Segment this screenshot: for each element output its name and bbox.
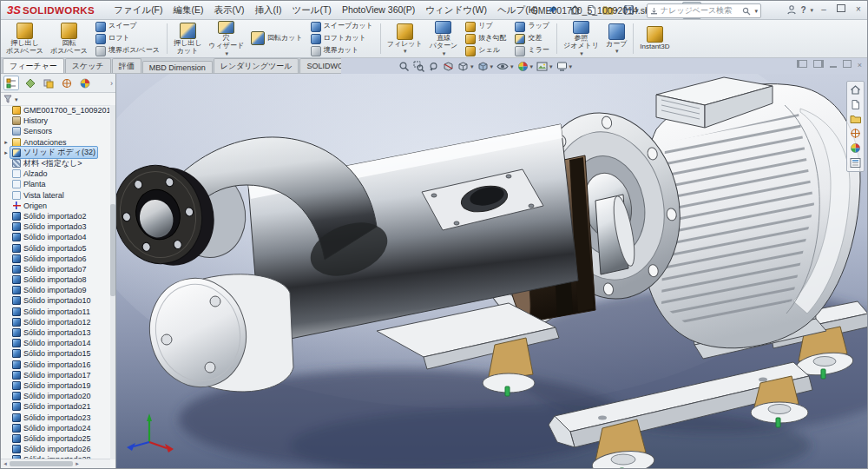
commandmanager-tab[interactable]: スケッチ: [65, 58, 111, 73]
intersect-button[interactable]: 交差: [515, 34, 549, 44]
tree-item[interactable]: Sólido importado20: [1, 391, 110, 401]
tree-item[interactable]: Sólido importado23: [1, 412, 110, 422]
dimxpertmanager-tab[interactable]: [60, 76, 74, 89]
tree-item[interactable]: Sólido importado11: [1, 307, 110, 317]
graphics-area[interactable]: [116, 74, 867, 468]
doc-restore-button[interactable]: [843, 59, 852, 71]
tree-item[interactable]: Sólido importado25: [1, 433, 110, 444]
tree-item[interactable]: Vista lateral: [1, 190, 110, 201]
linear-pattern-button[interactable]: 直線 パターン ▾: [426, 21, 462, 56]
revolved-boss-button[interactable]: 回転 ボス/ベース: [47, 21, 91, 56]
menu-item[interactable]: 挿入(I): [250, 3, 287, 18]
commandmanager-tab[interactable]: レンダリングツール: [214, 58, 299, 73]
edit-appearance-caret-icon[interactable]: ▾: [530, 63, 534, 69]
tree-item[interactable]: 材料 <指定なし>: [1, 158, 110, 168]
tree-item[interactable]: Planta: [1, 179, 110, 189]
menu-item[interactable]: PhotoView 360(P): [337, 3, 420, 18]
expand-arrow-icon[interactable]: ▸: [3, 149, 10, 156]
close-button[interactable]: ×: [852, 3, 865, 17]
tree-item[interactable]: Sólido importado10: [1, 295, 110, 306]
linear-pattern-caret-icon[interactable]: ▾: [443, 50, 446, 56]
reference-geometry-caret-icon[interactable]: ▾: [580, 50, 583, 56]
tree-filter[interactable]: ▾: [1, 93, 115, 106]
tree-vertical-scrollbar[interactable]: [110, 105, 115, 459]
view-settings-caret-icon[interactable]: ▾: [569, 63, 573, 69]
appearance-sphere-icon[interactable]: [850, 142, 861, 154]
extruded-boss-button[interactable]: 押し出し ボス/ベース: [3, 21, 47, 56]
search-box[interactable]: ナレッジベース検索 ▾: [647, 3, 761, 18]
maximize-button[interactable]: [834, 3, 848, 17]
tree-item[interactable]: Sólido importado8: [1, 274, 110, 285]
view-orientation-button[interactable]: ▾: [457, 61, 474, 72]
pane-left-button[interactable]: [797, 59, 807, 71]
scrollbar-thumb[interactable]: [10, 461, 73, 466]
tree-item[interactable]: Sólido importado21: [1, 401, 110, 412]
rib-button[interactable]: リブ: [465, 22, 506, 32]
extruded-cut-button[interactable]: 押し出し カット: [170, 21, 205, 56]
doc-close-button[interactable]: ×: [858, 59, 862, 71]
boundary-cut-button[interactable]: 境界カット: [311, 46, 373, 56]
view-settings-button[interactable]: ▾: [556, 61, 573, 72]
tree-item[interactable]: Sólido importado14: [1, 338, 110, 348]
filter-caret-icon[interactable]: ▾: [15, 96, 18, 102]
fillet-button[interactable]: フィレット ▾: [384, 21, 426, 56]
tree-item[interactable]: Alzado: [1, 168, 110, 179]
featuremanager-tab[interactable]: [3, 76, 19, 90]
tree-item[interactable]: Sólido importado4: [1, 232, 110, 242]
hide-show-items-button[interactable]: ▾: [496, 61, 514, 72]
curve-caret-icon[interactable]: ▾: [615, 48, 619, 54]
expand-arrow-icon[interactable]: ▸: [3, 139, 10, 146]
tree-item[interactable]: Sólido importado15: [1, 348, 110, 359]
tree-item[interactable]: Sólido importado3: [1, 221, 110, 232]
scroll-left-arrow[interactable]: ◂: [1, 460, 10, 467]
display-style-caret-icon[interactable]: ▾: [490, 63, 494, 69]
apply-scene-button[interactable]: ▾: [536, 61, 553, 72]
menu-item[interactable]: ウィンドウ(W): [420, 3, 492, 18]
commandmanager-tab[interactable]: フィーチャー: [3, 58, 64, 73]
tree-item[interactable]: Sólido importado6: [1, 254, 110, 264]
displaymanager-tab[interactable]: [78, 76, 92, 89]
tree-item[interactable]: GME001700_5_10092014 (Predet: [1, 105, 110, 116]
menu-item[interactable]: ツール(T): [286, 3, 336, 18]
home-icon[interactable]: [850, 84, 861, 96]
tree-item[interactable]: Sólido importado5: [1, 242, 110, 253]
display-style-button[interactable]: ▾: [477, 61, 494, 72]
fillet-caret-icon[interactable]: ▾: [404, 48, 407, 54]
apply-scene-caret-icon[interactable]: ▾: [549, 63, 553, 69]
document-icon[interactable]: [850, 99, 861, 110]
pane-right-button[interactable]: [813, 59, 824, 71]
propertymanager-tab[interactable]: [23, 76, 37, 89]
target-icon[interactable]: [850, 128, 861, 139]
commandmanager-tab[interactable]: MBD Dimension: [142, 61, 213, 73]
sweep-button[interactable]: スイープ: [95, 22, 160, 32]
configurationmanager-tab[interactable]: [42, 76, 56, 89]
folder-icon[interactable]: [850, 114, 862, 124]
help-caret-icon[interactable]: ▾: [810, 7, 813, 13]
mirror-button[interactable]: ミラー: [515, 46, 549, 56]
tree-item[interactable]: Sólido importado13: [1, 327, 110, 338]
hole-wizard-button[interactable]: 穴 ウィザード ▾: [205, 21, 247, 56]
curve-button[interactable]: カーブ ▾: [602, 21, 630, 56]
instant3d-button[interactable]: Instant3D: [636, 21, 673, 56]
tree-horizontal-scrollbar[interactable]: ◂ ▸: [1, 459, 110, 468]
tree-item[interactable]: Sólido importado19: [1, 380, 110, 391]
tree-item[interactable]: Sólido importado7: [1, 264, 110, 274]
menu-item[interactable]: 編集(E): [168, 3, 209, 18]
commandmanager-tab[interactable]: 評価: [112, 58, 141, 73]
user-icon[interactable]: [786, 4, 797, 15]
shell-button[interactable]: シェル: [465, 46, 506, 56]
scroll-right-arrow[interactable]: ▸: [73, 460, 82, 467]
display-list-icon[interactable]: [850, 157, 861, 168]
help-button[interactable]: ?: [800, 5, 806, 15]
section-view-button[interactable]: [443, 61, 454, 72]
tree-item[interactable]: Sólido importado16: [1, 360, 110, 370]
tree-item[interactable]: Sólido importado9: [1, 285, 110, 295]
scrollbar-thumb[interactable]: [110, 204, 115, 296]
edit-appearance-button[interactable]: ▾: [517, 61, 534, 72]
reference-geometry-button[interactable]: 参照 ジオメトリ ▾: [560, 21, 602, 56]
tree-item[interactable]: Origen: [1, 201, 110, 211]
minimize-button[interactable]: –: [817, 3, 831, 17]
tree-item[interactable]: Sólido importado2: [1, 211, 110, 221]
hole-wizard-caret-icon[interactable]: ▾: [225, 50, 228, 56]
menu-item[interactable]: ファイル(F): [108, 3, 168, 18]
